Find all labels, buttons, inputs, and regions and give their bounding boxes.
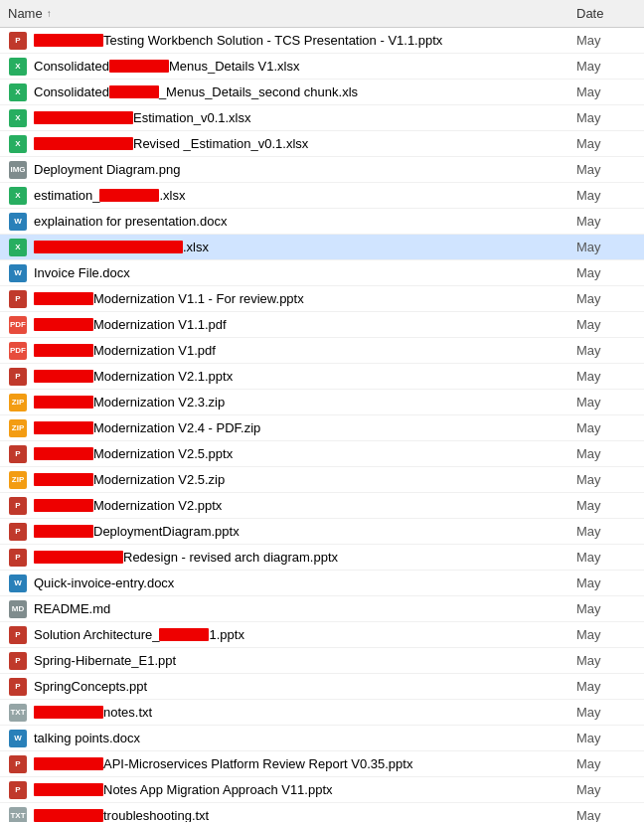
file-date: May [576,446,636,461]
file-name-cell: DeploymentDiagram.pptx [34,524,576,539]
sort-arrow-icon: ↑ [47,8,52,19]
file-name-cell: .xlsx [34,240,576,254]
table-row[interactable]: X Estimation_v0.1.xlsxMay [0,105,644,131]
file-name-text: Redesign - revised arch diagram.pptx [123,550,338,565]
table-row[interactable]: MDREADME.mdMay [0,596,644,622]
file-date: May [576,498,636,513]
file-date: May [576,756,636,771]
file-name-text: notes.txt [103,705,152,720]
table-row[interactable]: PDeploymentDiagram.pptxMay [0,519,644,545]
file-date: May [576,162,636,177]
table-row[interactable]: ZIP Modernization V2.4 - PDF.zipMay [0,415,644,441]
file-name-text: Modernization V2.3.zip [93,395,225,410]
table-row[interactable]: PAPI-Microservices Platform Review Repor… [0,751,644,777]
file-icon-docx: W [8,574,28,593]
table-row[interactable]: PSolution Architecture_1.pptxMay [0,622,644,648]
file-name-cell: Consolidated _Menus_Details_second chunk… [34,84,576,99]
file-name-cell: Modernization V2.1.pptx [34,369,576,384]
file-date: May [576,188,636,203]
file-name-text: Modernization V2.4 - PDF.zip [93,420,260,435]
table-row[interactable]: P Modernization V2.pptxMay [0,493,644,519]
file-date: May [576,59,636,74]
file-date: May [576,110,636,125]
file-name-cell: Modernization V2.5.zip [34,472,576,487]
file-date: May [576,214,636,229]
file-icon-pptx: P [8,367,28,387]
table-row[interactable]: TXT notes.txtMay [0,700,644,726]
redacted-block [34,344,93,357]
file-name-text: talking points.docx [34,731,140,745]
table-row[interactable]: PDF Modernization V1.1.pdfMay [0,312,644,338]
file-name-text: Modernization V2.1.pptx [93,369,233,384]
table-row[interactable]: XConsolidated _Menus_Details_second chun… [0,80,644,105]
redacted-block [34,499,93,512]
redacted-block [34,447,93,460]
table-row[interactable]: PSpringConcepts.pptMay [0,674,644,700]
table-row[interactable]: WInvoice File.docxMay [0,260,644,286]
table-row[interactable]: Wexplaination for presentation.docxMay [0,209,644,235]
file-date: May [576,33,636,48]
redacted-block [34,757,103,770]
table-row[interactable]: PNotes App Migration Approach V11.pptxMa… [0,777,644,803]
file-icon-pptx: P [8,548,28,568]
file-name-text: .xlsx [159,188,185,203]
file-name-cell: SpringConcepts.ppt [34,679,576,694]
file-name-cell: troubleshooting.txt [34,808,576,822]
file-name-cell: Quick-invoice-entry.docx [34,575,576,590]
table-row[interactable]: Wtalking points.docxMay [0,726,644,751]
table-row[interactable]: X Revised _Estimation_v0.1.xlsxMay [0,131,644,157]
file-name-text: API-Microservices Platform Review Report… [103,756,412,771]
table-header: Name ↑ Date [0,0,644,28]
file-name-cell: Revised _Estimation_v0.1.xlsx [34,136,576,151]
file-icon-docx: W [8,729,28,748]
table-row[interactable]: XConsolidatedMenus_Details V1.xlsxMay [0,54,644,80]
file-name-text: Consolidated [34,59,109,74]
redacted-block [99,189,159,202]
file-icon-ppt: P [8,651,28,671]
file-name-text: troubleshooting.txt [103,808,209,822]
column-name-header[interactable]: Name ↑ [8,6,576,21]
file-name-text: .xlsx [183,240,209,254]
redacted-block [34,525,93,538]
column-date-header[interactable]: Date [576,6,636,21]
file-icon-xlsx: X [8,134,28,154]
redacted-block [109,85,159,98]
table-row[interactable]: ZIP Modernization V2.5.zipMay [0,467,644,493]
file-name-cell: Modernization V2.pptx [34,498,576,513]
file-icon-pptx: P [8,31,28,51]
file-date: May [576,395,636,410]
file-icon-xlsx: X [8,57,28,77]
file-icon-pptx: P [8,496,28,516]
file-icon-pptx: P [8,625,28,645]
file-name-text: Modernization V2.5.zip [93,472,225,487]
file-name-cell: Modernization V2.5.pptx [34,446,576,461]
table-row[interactable]: Xestimation_.xlsxMay [0,183,644,209]
file-name-cell: Solution Architecture_1.pptx [34,627,576,642]
table-row[interactable]: PDF Modernization V1.pdfMay [0,338,644,364]
redacted-block [34,396,93,409]
file-date: May [576,369,636,384]
file-name-text: _Menus_Details_second chunk.xls [159,84,358,99]
table-row[interactable]: WQuick-invoice-entry.docxMay [0,571,644,596]
table-row[interactable]: P Redesign - revised arch diagram.pptxMa… [0,545,644,571]
file-date: May [576,627,636,642]
table-row[interactable]: X.xlsxMay [0,235,644,260]
file-name-text: SpringConcepts.ppt [34,679,147,694]
file-icon-pdf: PDF [8,315,28,335]
table-row[interactable]: P Testing Workbench Solution - TCS Prese… [0,28,644,54]
file-icon-pptx: P [8,289,28,309]
file-name-cell: Testing Workbench Solution - TCS Present… [34,33,576,48]
table-row[interactable]: IMGDeployment Diagram.pngMay [0,157,644,183]
file-date: May [576,808,636,822]
table-row[interactable]: P Modernization V2.1.pptxMay [0,364,644,390]
table-row[interactable]: TXTtroubleshooting.txtMay [0,803,644,822]
file-name-cell: talking points.docx [34,731,576,745]
file-name-text: 1.pptx [209,627,243,642]
table-row[interactable]: ZIP Modernization V2.3.zipMay [0,390,644,415]
table-row[interactable]: P Modernization V2.5.pptxMay [0,441,644,467]
table-row[interactable]: PSpring-Hibernate_E1.pptMay [0,648,644,674]
file-name-cell: Modernization V2.4 - PDF.zip [34,420,576,435]
file-date: May [576,291,636,306]
table-row[interactable]: P Modernization V1.1 - For review.pptxMa… [0,286,644,312]
file-name-text: Modernization V1.1 - For review.pptx [93,291,304,306]
